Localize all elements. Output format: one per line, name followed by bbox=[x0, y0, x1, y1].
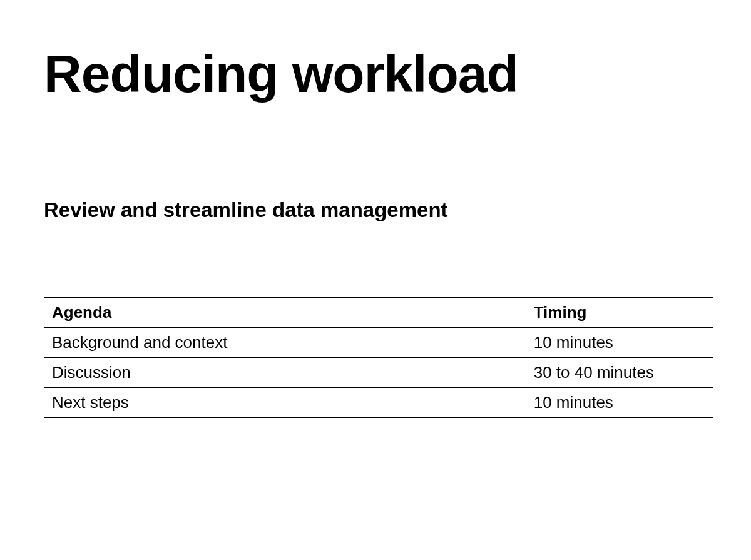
cell-timing: 10 minutes bbox=[526, 328, 713, 358]
agenda-table: Agenda Timing Background and context 10 … bbox=[44, 297, 713, 418]
table-row: Background and context 10 minutes bbox=[44, 328, 713, 358]
page-title: Reducing workload bbox=[44, 44, 713, 104]
table-header-row: Agenda Timing bbox=[44, 298, 713, 328]
table-row: Next steps 10 minutes bbox=[44, 388, 713, 418]
table-row: Discussion 30 to 40 minutes bbox=[44, 358, 713, 388]
page-subtitle: Review and streamline data management bbox=[44, 198, 713, 222]
cell-timing: 30 to 40 minutes bbox=[526, 358, 713, 388]
cell-timing: 10 minutes bbox=[526, 388, 713, 418]
header-timing: Timing bbox=[526, 298, 713, 328]
cell-agenda: Discussion bbox=[44, 358, 526, 388]
cell-agenda: Background and context bbox=[44, 328, 526, 358]
cell-agenda: Next steps bbox=[44, 388, 526, 418]
header-agenda: Agenda bbox=[44, 298, 526, 328]
